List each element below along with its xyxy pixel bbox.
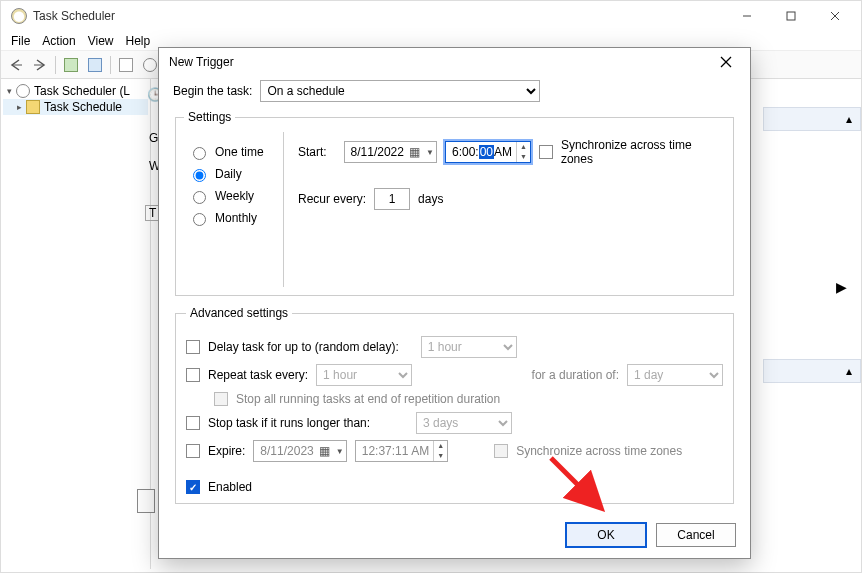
tree-child-label: Task Schedule — [44, 100, 122, 114]
delay-label: Delay task for up to (random delay): — [208, 340, 399, 354]
sync-tz-label: Synchronize across time zones — [561, 138, 725, 166]
settings-group: Settings One time Daily Weekly Mo — [175, 110, 734, 296]
time-spinner[interactable]: ▲▼ — [433, 441, 447, 461]
close-button[interactable] — [813, 2, 857, 30]
start-time-input[interactable]: 6:00:00 AM ▲▼ — [445, 141, 531, 163]
menu-action[interactable]: Action — [42, 34, 75, 48]
actions-panel-header-2[interactable]: ▴ — [763, 359, 861, 383]
sync-tz-checkbox[interactable] — [539, 145, 553, 159]
repeat-checkbox[interactable] — [186, 368, 200, 382]
scroll-indicator[interactable]: ▶ — [836, 279, 847, 295]
calendar-icon[interactable]: ▦ — [408, 145, 422, 159]
expire-date-input[interactable]: 8/11/2023 ▦ ▼ — [253, 440, 346, 462]
expire-checkbox[interactable] — [186, 444, 200, 458]
recur-input[interactable] — [374, 188, 410, 210]
dialog-close-button[interactable] — [712, 50, 740, 74]
freq-monthly[interactable]: Monthly — [188, 210, 279, 226]
sync-tz2-label: Synchronize across time zones — [516, 444, 682, 458]
chevron-down-icon[interactable]: ▼ — [336, 447, 344, 456]
begin-task-select[interactable]: On a schedule — [260, 80, 540, 102]
chevron-down-icon[interactable]: ▼ — [426, 148, 434, 157]
begin-task-label: Begin the task: — [173, 84, 252, 98]
sync-tz2-checkbox — [494, 444, 508, 458]
menu-view[interactable]: View — [88, 34, 114, 48]
maximize-button[interactable] — [769, 2, 813, 30]
recur-label: Recur every: — [298, 192, 366, 206]
start-label: Start: — [298, 145, 336, 159]
actions-panel-header-1[interactable]: ▴ — [763, 107, 861, 131]
clock-icon — [11, 8, 27, 24]
cancel-button[interactable]: Cancel — [656, 523, 736, 547]
freq-one-time[interactable]: One time — [188, 144, 279, 160]
expand-icon[interactable]: ▾ — [7, 86, 12, 96]
calendar-icon[interactable]: ▦ — [318, 444, 332, 458]
task-scheduler-window: Task Scheduler File Action View Help ▾ — [0, 0, 862, 573]
repeat-select[interactable]: 1 hour — [316, 364, 412, 386]
tree-child[interactable]: ▸ Task Schedule — [3, 99, 148, 115]
recur-unit: days — [418, 192, 443, 206]
adv-legend: Advanced settings — [186, 306, 292, 320]
new-trigger-dialog: New Trigger Begin the task: On a schedul… — [158, 47, 751, 559]
forward-button[interactable] — [29, 54, 51, 76]
settings-legend: Settings — [184, 110, 235, 124]
collapse-icon[interactable]: ▴ — [846, 112, 852, 126]
enabled-label: Enabled — [208, 480, 252, 494]
delay-select[interactable]: 1 hour — [421, 336, 517, 358]
titlebar: Task Scheduler — [1, 1, 861, 31]
menu-file[interactable]: File — [11, 34, 30, 48]
freq-weekly[interactable]: Weekly — [188, 188, 279, 204]
stop-all-label: Stop all running tasks at end of repetit… — [236, 392, 500, 406]
stop-if-checkbox[interactable] — [186, 416, 200, 430]
folder-icon — [26, 100, 40, 114]
toolbar-btn-3[interactable] — [115, 54, 137, 76]
tree-root-label: Task Scheduler (L — [34, 84, 130, 98]
stop-all-checkbox — [214, 392, 228, 406]
ok-button[interactable]: OK — [566, 523, 646, 547]
stop-if-label: Stop task if it runs longer than: — [208, 416, 408, 430]
expand-icon[interactable]: ▸ — [17, 102, 22, 112]
frequency-column: One time Daily Weekly Monthly — [184, 132, 284, 287]
expire-label: Expire: — [208, 444, 245, 458]
back-button[interactable] — [5, 54, 27, 76]
stop-if-select[interactable]: 3 days — [416, 412, 512, 434]
toolbar-btn-2[interactable] — [84, 54, 106, 76]
enabled-checkbox[interactable]: ✓ — [186, 480, 200, 494]
dialog-footer: OK Cancel — [159, 512, 750, 558]
collapse-icon[interactable]: ▴ — [846, 364, 852, 378]
toolbar-btn-1[interactable] — [60, 54, 82, 76]
advanced-settings-group: Advanced settings Delay task for up to (… — [175, 306, 734, 504]
repeat-label: Repeat task every: — [208, 368, 308, 382]
clock-icon — [16, 84, 30, 98]
tree-root[interactable]: ▾ Task Scheduler (L — [3, 83, 148, 99]
dialog-title: New Trigger — [169, 55, 712, 69]
app-title: Task Scheduler — [33, 9, 115, 23]
svg-rect-1 — [787, 12, 795, 20]
delay-checkbox[interactable] — [186, 340, 200, 354]
duration-select[interactable]: 1 day — [627, 364, 723, 386]
menu-help[interactable]: Help — [126, 34, 151, 48]
freq-daily[interactable]: Daily — [188, 166, 279, 182]
expire-time-input[interactable]: 12:37:11 AM ▲▼ — [355, 440, 448, 462]
tree-pane: ▾ Task Scheduler (L ▸ Task Schedule — [1, 79, 151, 569]
dialog-titlebar: New Trigger — [159, 48, 750, 76]
minimize-button[interactable] — [725, 2, 769, 30]
time-spinner[interactable]: ▲▼ — [516, 142, 530, 162]
hidden-button-stub — [137, 489, 155, 513]
duration-label: for a duration of: — [532, 368, 619, 382]
start-date-input[interactable]: 8/11/2022 ▦ ▼ — [344, 141, 437, 163]
